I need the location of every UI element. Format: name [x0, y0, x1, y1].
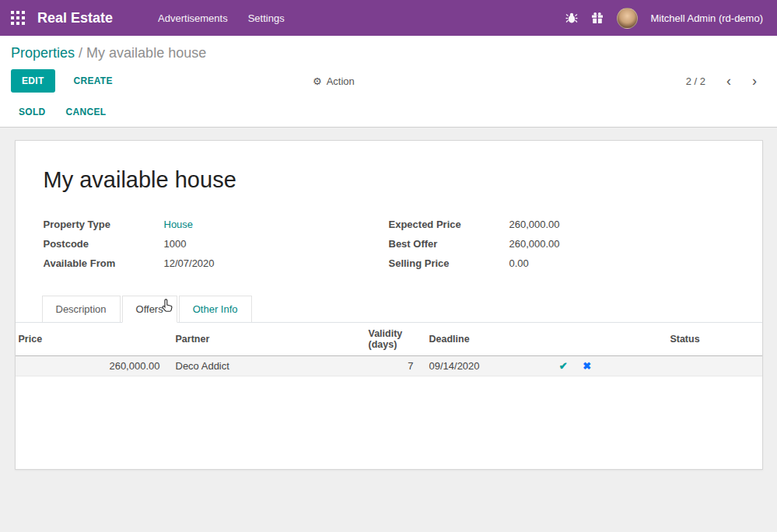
user-menu[interactable]: Mitchell Admin (rd-demo) — [651, 12, 764, 24]
menu-settings[interactable]: Settings — [248, 12, 285, 24]
column-validity[interactable]: Validity (days) — [366, 323, 418, 356]
cancel-button[interactable]: CANCEL — [66, 107, 107, 117]
field-value: 260,000.00 — [509, 238, 560, 250]
column-deadline[interactable]: Deadline — [418, 323, 543, 356]
menu-advertisements[interactable]: Advertisements — [158, 12, 228, 24]
offers-header-row: Price Partner Validity (days) Deadline S… — [16, 323, 762, 356]
breadcrumb-separator: / — [79, 45, 82, 61]
column-status[interactable]: Status — [608, 323, 762, 356]
offer-validity: 7 — [366, 356, 418, 376]
offer-deadline: 09/14/2020 — [418, 356, 543, 376]
field-group-right: Expected Price 260,000.00 Best Offer 260… — [389, 219, 734, 277]
field-best-offer: Best Offer 260,000.00 — [389, 238, 734, 257]
field-label: Property Type — [44, 219, 164, 230]
field-property-type: Property Type House — [44, 219, 389, 238]
accept-offer-icon[interactable]: ✔ — [559, 360, 568, 372]
app-brand[interactable]: Real Estate — [37, 10, 113, 26]
field-label: Available From — [44, 257, 164, 269]
field-available-from: Available From 12/07/2020 — [44, 257, 389, 277]
debug-bug-icon[interactable] — [565, 12, 578, 24]
form-sheet: My available house Property Type House P… — [15, 140, 763, 470]
create-button[interactable]: CREATE — [74, 75, 113, 86]
action-menu-button[interactable]: ⚙ Action — [313, 75, 355, 87]
notebook-tabs: Description Offers Other Info — [16, 296, 762, 323]
grid-icon — [11, 11, 25, 25]
field-groups: Property Type House Postcode 1000 Availa… — [44, 219, 734, 277]
breadcrumb: Properties / My available house — [0, 36, 777, 65]
field-postcode: Postcode 1000 — [44, 238, 389, 257]
record-title: My available house — [44, 166, 734, 194]
field-value: 12/07/2020 — [164, 257, 215, 269]
breadcrumb-parent-link[interactable]: Properties — [11, 45, 75, 61]
control-panel: EDIT CREATE ⚙ Action 2 / 2 ‹ › — [0, 65, 777, 96]
action-menu-label: Action — [327, 75, 355, 87]
offers-table: Price Partner Validity (days) Deadline S… — [16, 323, 762, 376]
form-statusbar: SOLD CANCEL — [0, 96, 777, 128]
tab-description[interactable]: Description — [42, 296, 121, 322]
tab-other-info[interactable]: Other Info — [179, 296, 252, 322]
refuse-offer-icon[interactable]: ✖ — [583, 360, 591, 372]
column-price[interactable]: Price — [16, 323, 165, 356]
pager-value[interactable]: 2 / 2 — [686, 75, 705, 87]
content-background: My available house Property Type House P… — [0, 140, 777, 532]
field-group-left: Property Type House Postcode 1000 Availa… — [44, 219, 389, 277]
edit-button[interactable]: EDIT — [11, 69, 55, 93]
offer-partner: Deco Addict — [165, 356, 366, 376]
field-label: Postcode — [44, 238, 164, 250]
field-value: 1000 — [164, 238, 187, 250]
offer-status — [608, 356, 762, 376]
sold-button[interactable]: SOLD — [19, 107, 46, 117]
offer-row[interactable]: 260,000.00 Deco Addict 7 09/14/2020 ✔ ✖ — [16, 356, 762, 376]
offer-price: 260,000.00 — [16, 356, 165, 376]
column-actions — [543, 323, 608, 356]
field-label: Selling Price — [389, 257, 509, 269]
field-label: Expected Price — [389, 219, 509, 230]
pager-next-icon[interactable]: › — [752, 74, 757, 88]
user-avatar[interactable] — [617, 8, 638, 29]
property-type-link[interactable]: House — [164, 219, 194, 230]
field-value: 260,000.00 — [509, 219, 560, 230]
top-navbar: Real Estate Advertisements Settings — [0, 0, 777, 36]
breadcrumb-current: My available house — [86, 45, 206, 61]
field-selling-price: Selling Price 0.00 — [389, 257, 734, 277]
pager: 2 / 2 ‹ › — [686, 74, 757, 88]
field-label: Best Offer — [389, 238, 509, 250]
pager-previous-icon[interactable]: ‹ — [726, 74, 731, 88]
gear-icon: ⚙ — [313, 75, 322, 87]
apps-menu-icon[interactable] — [11, 11, 25, 25]
gift-icon[interactable] — [591, 12, 604, 24]
tab-offers[interactable]: Offers — [122, 296, 177, 323]
field-value: 0.00 — [509, 257, 529, 269]
top-menu: Advertisements Settings — [158, 12, 285, 24]
field-expected-price: Expected Price 260,000.00 — [389, 219, 734, 238]
column-partner[interactable]: Partner — [165, 323, 366, 356]
